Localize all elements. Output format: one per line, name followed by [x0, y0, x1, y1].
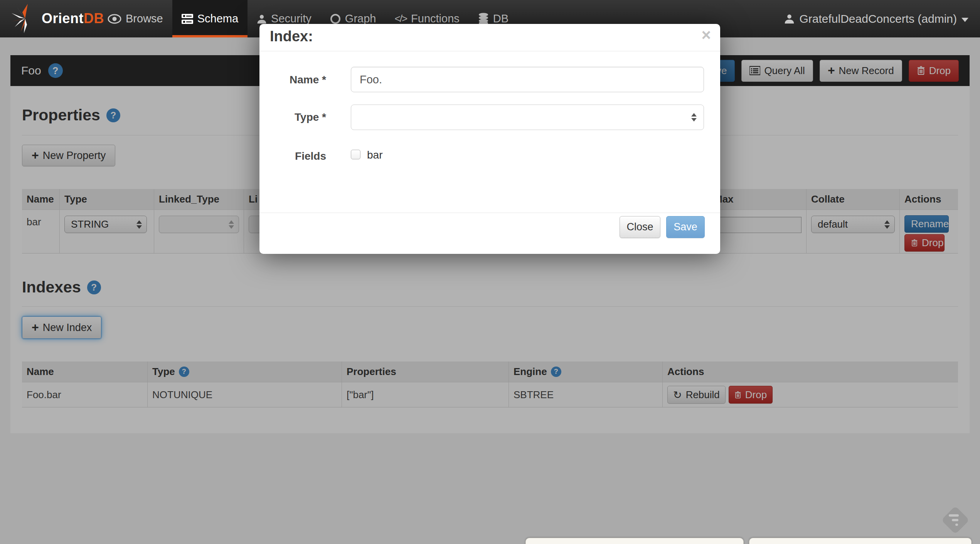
- feedback-widget-marks: [945, 510, 965, 530]
- nav-label: Schema: [197, 12, 238, 25]
- modal-save-button[interactable]: Save: [666, 216, 705, 238]
- user-menu-label: GratefulDeadConcerts (admin): [799, 12, 957, 25]
- select-arrows-icon: [691, 113, 697, 122]
- nav-item-browse[interactable]: Browse: [98, 0, 172, 37]
- orientdb-star-icon: [11, 3, 39, 34]
- modal-footer-divider: [259, 213, 720, 213]
- user-icon: [257, 14, 267, 24]
- schema-icon: [182, 14, 193, 24]
- bottom-popup-edge: [749, 538, 972, 544]
- feedback-widget-icon[interactable]: [941, 506, 970, 534]
- bottom-popup-edge: [525, 538, 744, 544]
- eye-icon: [108, 14, 121, 24]
- database-icon: [478, 13, 489, 25]
- close-icon[interactable]: ×: [701, 27, 711, 43]
- user-menu[interactable]: GratefulDeadConcerts (admin): [784, 0, 968, 37]
- chevron-down-icon: [961, 18, 968, 22]
- name-label: Name *: [259, 74, 326, 86]
- index-modal: Index: × Name * Type * Fields bar Close …: [259, 24, 720, 254]
- nav-label: DB: [493, 12, 509, 25]
- field-bar-checkbox[interactable]: [351, 150, 360, 159]
- modal-close-button[interactable]: Close: [620, 216, 660, 238]
- modal-title: Index:: [270, 28, 313, 45]
- fields-label: Fields: [259, 150, 326, 162]
- index-name-input[interactable]: [351, 67, 704, 92]
- nav-label: Graph: [345, 12, 376, 25]
- brand-name: OrientDB: [42, 10, 104, 27]
- index-type-select[interactable]: [351, 105, 704, 130]
- field-bar-label: bar: [367, 149, 382, 161]
- modal-header: Index: ×: [259, 24, 720, 51]
- nav-label: Security: [271, 12, 312, 25]
- ring-icon: [330, 14, 341, 24]
- nav-label: Browse: [126, 12, 163, 25]
- nav-label: Functions: [411, 12, 460, 25]
- user-icon: [784, 13, 795, 24]
- nav-item-schema[interactable]: Schema: [172, 0, 248, 37]
- type-label: Type *: [259, 111, 326, 123]
- orientdb-logo[interactable]: OrientDB: [11, 3, 104, 34]
- code-icon: </>: [394, 13, 407, 25]
